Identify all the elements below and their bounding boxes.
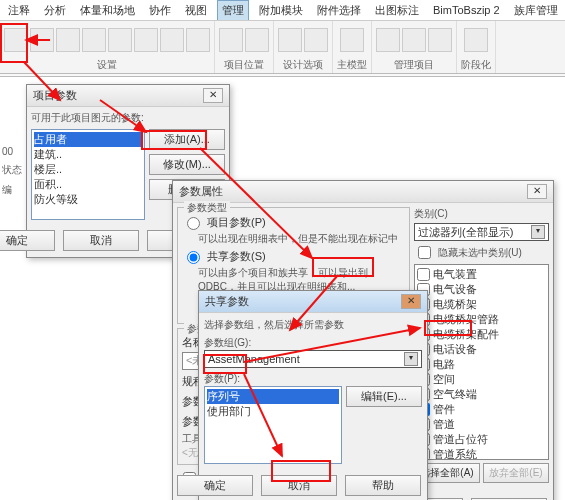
tab[interactable]: 协作 bbox=[145, 1, 175, 20]
tab[interactable]: 附加模块 bbox=[255, 1, 307, 20]
close-icon[interactable]: ✕ bbox=[527, 184, 547, 199]
ribbon-icon[interactable] bbox=[278, 28, 302, 52]
cat-item[interactable]: 电气设备 bbox=[417, 282, 546, 297]
cat-item[interactable]: 电路 bbox=[417, 357, 546, 372]
cat-item[interactable]: 空间 bbox=[417, 372, 546, 387]
ribbon-icon[interactable] bbox=[160, 28, 184, 52]
close-icon[interactable]: ✕ bbox=[203, 88, 223, 103]
list-item[interactable]: 防火等级 bbox=[34, 192, 142, 207]
list-item[interactable]: 楼层.. bbox=[34, 162, 142, 177]
modify-button[interactable]: 修改(M)... bbox=[149, 154, 225, 175]
cat-item-checked[interactable]: 管件 bbox=[417, 402, 546, 417]
hide-unchecked-checkbox[interactable]: 隐藏未选中类别(U) bbox=[414, 243, 549, 262]
project-params-button[interactable] bbox=[4, 28, 28, 52]
ribbon-group-label: 主模型 bbox=[337, 58, 367, 72]
tab[interactable]: 分析 bbox=[40, 1, 70, 20]
ok-button[interactable]: 确定 bbox=[177, 475, 253, 496]
tab[interactable]: 注释 bbox=[4, 1, 34, 20]
side-panel: 00状态编 bbox=[2, 140, 22, 203]
close-icon[interactable]: ✕ bbox=[401, 294, 421, 309]
cat-item[interactable]: 管道占位符 bbox=[417, 432, 546, 447]
ribbon-group-label: 设计选项 bbox=[283, 58, 323, 72]
tab[interactable]: BimToBszip 2 bbox=[429, 2, 504, 18]
ribbon-icon[interactable] bbox=[108, 28, 132, 52]
tab[interactable]: 出图标注 bbox=[371, 1, 423, 20]
add-button[interactable]: 添加(A)... bbox=[149, 129, 225, 150]
ribbon-icon[interactable] bbox=[376, 28, 400, 52]
chevron-down-icon: ▾ bbox=[531, 225, 545, 239]
list-item[interactable]: 面积.. bbox=[34, 177, 142, 192]
shared-param-radio[interactable]: 共享参数(S) bbox=[182, 248, 405, 264]
ribbon-group-label: 项目位置 bbox=[224, 58, 264, 72]
cat-item[interactable]: 管道 bbox=[417, 417, 546, 432]
ribbon-group-label: 阶段化 bbox=[461, 58, 491, 72]
list-item[interactable]: 使用部门 bbox=[207, 404, 339, 419]
ribbon-icon[interactable] bbox=[428, 28, 452, 52]
tab[interactable]: 附件选择 bbox=[313, 1, 365, 20]
dialog-title: 参数属性 bbox=[179, 184, 223, 199]
project-param-radio[interactable]: 项目参数(P) bbox=[182, 214, 405, 230]
hint-text: 可用于此项目图元的参数: bbox=[31, 111, 225, 125]
ribbon-icon[interactable] bbox=[245, 28, 269, 52]
cat-item[interactable]: 管道系统 bbox=[417, 447, 546, 460]
ribbon-group-label: 管理项目 bbox=[394, 58, 434, 72]
tab[interactable]: 体量和场地 bbox=[76, 1, 139, 20]
shared-params-dialog: 共享参数✕ 选择参数组，然后选择所需参数 参数组(G): AssetManage… bbox=[198, 290, 428, 500]
param-group-combo[interactable]: AssetManagement▾ bbox=[204, 350, 422, 368]
ribbon-icon[interactable] bbox=[464, 28, 488, 52]
ribbon-icon[interactable] bbox=[186, 28, 210, 52]
cancel-button[interactable]: 取消 bbox=[63, 230, 139, 251]
filter-combo[interactable]: 过滤器列(全部显示)▾ bbox=[414, 223, 549, 241]
dialog-title: 共享参数 bbox=[205, 294, 249, 309]
tab[interactable]: 族库管理 bbox=[510, 1, 562, 20]
ribbon-icon[interactable] bbox=[219, 28, 243, 52]
help-button[interactable]: 帮助 bbox=[345, 475, 421, 496]
ribbon-icon[interactable] bbox=[402, 28, 426, 52]
ok-button[interactable]: 确定 bbox=[0, 230, 55, 251]
list-item[interactable]: 序列号 bbox=[207, 389, 339, 404]
cat-item[interactable]: 电缆桥架配件 bbox=[417, 327, 546, 342]
cancel-button[interactable]: 取消 bbox=[261, 475, 337, 496]
chevron-down-icon: ▾ bbox=[404, 352, 418, 366]
ribbon-icon[interactable] bbox=[30, 28, 54, 52]
category-tree[interactable]: 电气装置 电气设备 电缆桥架 电缆桥架管路 电缆桥架配件 电话设备 电路 空间 … bbox=[414, 264, 549, 460]
ribbon-icon[interactable] bbox=[82, 28, 106, 52]
cat-item[interactable]: 电缆桥架管路 bbox=[417, 312, 546, 327]
cat-item[interactable]: 电气装置 bbox=[417, 267, 546, 282]
tab[interactable]: 视图 bbox=[181, 1, 211, 20]
ribbon-icon[interactable] bbox=[340, 28, 364, 52]
ribbon: 设置 项目位置 设计选项 主模型 管理项目 阶段化 bbox=[0, 21, 565, 74]
group-title: 参数类型 bbox=[184, 201, 230, 215]
ribbon-icon[interactable] bbox=[56, 28, 80, 52]
ribbon-icon[interactable] bbox=[304, 28, 328, 52]
ribbon-tabstrip[interactable]: 注释 分析 体量和场地 协作 视图 管理 附加模块 附件选择 出图标注 BimT… bbox=[0, 0, 565, 21]
edit-button[interactable]: 编辑(E)... bbox=[346, 386, 422, 407]
cat-item[interactable]: 电缆桥架 bbox=[417, 297, 546, 312]
cat-item[interactable]: 电话设备 bbox=[417, 342, 546, 357]
tab-active[interactable]: 管理 bbox=[217, 0, 249, 20]
list-item[interactable]: 占用者 bbox=[34, 132, 142, 147]
ribbon-group-label: 设置 bbox=[97, 58, 117, 72]
ribbon-icon[interactable] bbox=[134, 28, 158, 52]
unselect-all-button: 放弃全部(E) bbox=[483, 463, 549, 483]
cat-item[interactable]: 空气终端 bbox=[417, 387, 546, 402]
list-item[interactable]: 建筑.. bbox=[34, 147, 142, 162]
params-listbox[interactable]: 占用者 建筑.. 楼层.. 面积.. 防火等级 bbox=[31, 129, 145, 220]
dialog-title: 项目参数 bbox=[33, 88, 77, 103]
shared-params-listbox[interactable]: 序列号 使用部门 bbox=[204, 386, 342, 464]
